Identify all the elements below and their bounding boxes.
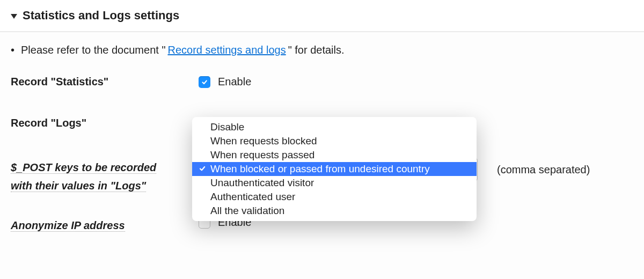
- label-record-logs: Record "Logs": [11, 117, 86, 129]
- dropdown-item-label: All the validation: [210, 205, 284, 217]
- check-icon: [199, 165, 206, 172]
- section-header[interactable]: Statistics and Logs settings: [0, 0, 644, 32]
- post-keys-hint: (comma separated): [497, 164, 590, 176]
- dropdown-item-label: Unauthenticated visitor: [210, 177, 314, 189]
- dropdown-item-label: When blocked or passed from undesired co…: [210, 163, 430, 175]
- record-statistics-enable-label: Enable: [218, 76, 251, 88]
- dropdown-item-label: When requests passed: [210, 149, 314, 161]
- dropdown-item[interactable]: When requests passed: [192, 148, 477, 162]
- label-post-keys-line2: with their values in "Logs": [11, 180, 146, 192]
- dropdown-item[interactable]: When blocked or passed from undesired co…: [192, 162, 477, 176]
- dropdown-item[interactable]: When requests blocked: [192, 134, 477, 148]
- label-post-keys: $_POST keys to be recorded with their va…: [11, 158, 199, 195]
- intro-prefix: Please refer to the document ": [21, 44, 165, 56]
- label-anonymize-ip: Anonymize IP address: [11, 219, 125, 232]
- dropdown-item[interactable]: Unauthenticated visitor: [192, 176, 477, 190]
- label-record-statistics: Record "Statistics": [11, 76, 108, 87]
- section-title: Statistics and Logs settings: [23, 9, 179, 23]
- record-logs-dropdown[interactable]: DisableWhen requests blockedWhen request…: [192, 117, 477, 221]
- intro-line: • Please refer to the document " Record …: [11, 44, 633, 56]
- dropdown-item-label: Authenticated user: [210, 191, 295, 203]
- intro-suffix: " for details.: [288, 44, 345, 56]
- caret-down-icon: [11, 14, 17, 19]
- dropdown-item[interactable]: All the validation: [192, 204, 477, 218]
- label-post-keys-line1: $_POST keys to be recorded: [11, 161, 156, 174]
- dropdown-item[interactable]: Disable: [192, 120, 477, 134]
- record-statistics-checkbox[interactable]: [199, 76, 210, 88]
- dropdown-item-label: When requests blocked: [210, 135, 317, 147]
- row-record-statistics: Record "Statistics" Enable: [11, 76, 633, 88]
- check-icon: [201, 79, 208, 85]
- settings-panel: • Please refer to the document " Record …: [0, 32, 644, 279]
- dropdown-item[interactable]: Authenticated user: [192, 190, 477, 204]
- docs-link[interactable]: Record settings and logs: [168, 44, 286, 56]
- bullet-icon: •: [11, 44, 14, 56]
- dropdown-item-label: Disable: [210, 121, 244, 133]
